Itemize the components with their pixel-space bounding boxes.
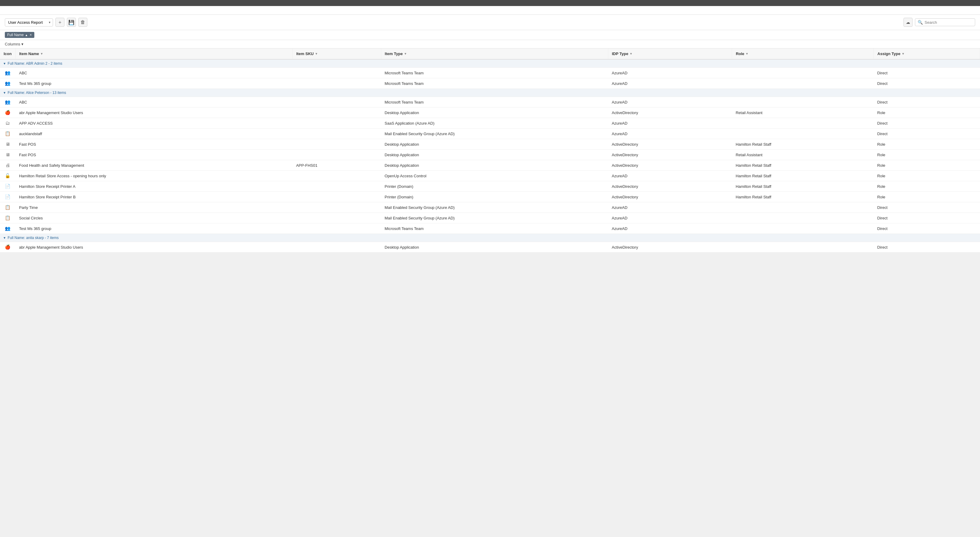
- row-item-name: APP ADV ACCESS: [15, 118, 293, 129]
- table-row: 🗂 APP ADV ACCESS SaaS Application (Azure…: [0, 118, 980, 129]
- row-role: Hamilton Retail Staff: [732, 139, 874, 149]
- columns-button[interactable]: Columns ▾: [5, 42, 24, 46]
- row-icon: 📄: [0, 181, 15, 192]
- row-assign-type: Direct: [874, 68, 980, 78]
- row-idp-type: ActiveDirectory: [608, 242, 732, 253]
- full-name-filter-chip: Full Name ▲ ×: [5, 32, 34, 38]
- row-item-name: Fast POS: [15, 149, 293, 160]
- save-button[interactable]: 💾: [67, 18, 76, 27]
- row-item-type: Microsoft Teams Team: [381, 78, 608, 89]
- report-select[interactable]: User Access Report: [5, 18, 53, 27]
- row-icon: 👥: [0, 223, 15, 234]
- row-item-type: Mail Enabled Security Group (Azure AD): [381, 202, 608, 213]
- group-expand-icon[interactable]: ▾: [3, 61, 5, 66]
- table-row: 🖥 Fast POS Desktop Application ActiveDir…: [0, 139, 980, 149]
- row-role: Hamilton Retail Staff: [732, 181, 874, 192]
- table-row: 📋 aucklandstaff Mail Enabled Security Gr…: [0, 129, 980, 139]
- row-icon: 📋: [0, 213, 15, 223]
- cloud-button[interactable]: ☁: [904, 18, 913, 27]
- chip-close-button[interactable]: ×: [30, 33, 32, 37]
- row-item-type: Mail Enabled Security Group (Azure AD): [381, 213, 608, 223]
- group-label: Full Name: anita skarp - 7 items: [8, 236, 59, 240]
- row-item-sku: [293, 108, 381, 118]
- filter-icon-idp-type[interactable]: ▼: [630, 52, 632, 56]
- row-item-sku: [293, 181, 381, 192]
- row-role: Hamilton Retail Staff: [732, 192, 874, 202]
- row-item-sku: [293, 202, 381, 213]
- row-role: [732, 97, 874, 108]
- row-assign-type: Direct: [874, 129, 980, 139]
- filter-icon-role[interactable]: ▼: [745, 52, 748, 56]
- table-row: 🍎 abr Apple Management Studio Users Desk…: [0, 108, 980, 118]
- col-header-item-name: Item Name ▼: [15, 48, 293, 59]
- row-assign-type: Direct: [874, 202, 980, 213]
- row-icon: 🍎: [0, 242, 15, 253]
- table-container: Icon Item Name ▼ Item SKU ▼ Item Type ▼ …: [0, 48, 980, 253]
- table-row: 📋 Party Time Mail Enabled Security Group…: [0, 202, 980, 213]
- row-item-name: Fast POS: [15, 139, 293, 149]
- filter-icon-assign-type[interactable]: ▼: [902, 52, 905, 56]
- row-item-type: OpenUp Access Control: [381, 171, 608, 181]
- row-item-type: Desktop Application: [381, 108, 608, 118]
- row-role: [732, 68, 874, 78]
- row-icon: 👥: [0, 78, 15, 89]
- delete-button[interactable]: 🗑: [78, 18, 88, 27]
- row-idp-type: AzureAD: [608, 213, 732, 223]
- table-row: 👥 ABC Microsoft Teams Team AzureAD Direc…: [0, 97, 980, 108]
- table-body: ▾ Full Name: ABR Admin 2 - 2 items 👥 ABC…: [0, 59, 980, 253]
- col-header-idp-type: IDP Type ▼: [608, 48, 732, 59]
- row-item-sku: [293, 118, 381, 129]
- row-assign-type: Direct: [874, 242, 980, 253]
- row-role: [732, 213, 874, 223]
- table-row: 🍎 abr Apple Management Studio Users Desk…: [0, 242, 980, 253]
- row-item-type: SaaS Application (Azure AD): [381, 118, 608, 129]
- row-icon: 🔓: [0, 171, 15, 181]
- row-assign-type: Direct: [874, 223, 980, 234]
- add-button[interactable]: ＋: [56, 18, 64, 27]
- group-label: Full Name: Alice Peterson - 13 items: [8, 91, 66, 95]
- row-idp-type: AzureAD: [608, 97, 732, 108]
- row-role: Hamilton Retail Staff: [732, 171, 874, 181]
- table-row: 📋 Social Circles Mail Enabled Security G…: [0, 213, 980, 223]
- col-header-icon: Icon: [0, 48, 15, 59]
- row-assign-type: Role: [874, 108, 980, 118]
- row-item-sku: [293, 171, 381, 181]
- row-idp-type: AzureAD: [608, 202, 732, 213]
- row-role: Retail Assistant: [732, 108, 874, 118]
- row-item-sku: [293, 78, 381, 89]
- row-icon: 🖨: [0, 160, 15, 171]
- col-header-assign-type: Assign Type ▼: [874, 48, 980, 59]
- chip-sort-icon: ▲: [25, 33, 28, 37]
- row-item-type: Desktop Application: [381, 242, 608, 253]
- columns-label: Columns: [5, 42, 20, 46]
- filter-icon-item-sku[interactable]: ▼: [315, 52, 318, 56]
- row-idp-type: AzureAD: [608, 118, 732, 129]
- row-item-name: Test Ms 365 group: [15, 223, 293, 234]
- row-item-name: Party Time: [15, 202, 293, 213]
- row-assign-type: Direct: [874, 118, 980, 129]
- row-assign-type: Direct: [874, 97, 980, 108]
- filter-icon-item-name[interactable]: ▼: [40, 52, 43, 56]
- row-idp-type: ActiveDirectory: [608, 149, 732, 160]
- search-wrapper: 🔍: [915, 18, 975, 26]
- row-icon: 🍎: [0, 108, 15, 118]
- group-expand-icon[interactable]: ▾: [3, 236, 5, 240]
- table-row: 👥 Test Ms 365 group Microsoft Teams Team…: [0, 78, 980, 89]
- table-header: Icon Item Name ▼ Item SKU ▼ Item Type ▼ …: [0, 48, 980, 59]
- row-item-type: Desktop Application: [381, 160, 608, 171]
- row-item-sku: [293, 213, 381, 223]
- row-item-type: Desktop Application: [381, 149, 608, 160]
- columns-chevron-icon: ▾: [21, 42, 24, 46]
- group-label: Full Name: ABR Admin 2 - 2 items: [8, 61, 62, 66]
- filter-icon-item-type[interactable]: ▼: [404, 52, 407, 56]
- row-item-sku: [293, 139, 381, 149]
- col-header-item-sku: Item SKU ▼: [293, 48, 381, 59]
- search-icon: 🔍: [918, 20, 923, 25]
- row-icon: 📋: [0, 129, 15, 139]
- row-icon: 📄: [0, 192, 15, 202]
- row-item-sku: APP-FHS01: [293, 160, 381, 171]
- row-role: [732, 223, 874, 234]
- search-input[interactable]: [924, 20, 970, 25]
- table-row: 📄 Hamilton Store Receipt Printer A Print…: [0, 181, 980, 192]
- group-expand-icon[interactable]: ▾: [3, 91, 5, 95]
